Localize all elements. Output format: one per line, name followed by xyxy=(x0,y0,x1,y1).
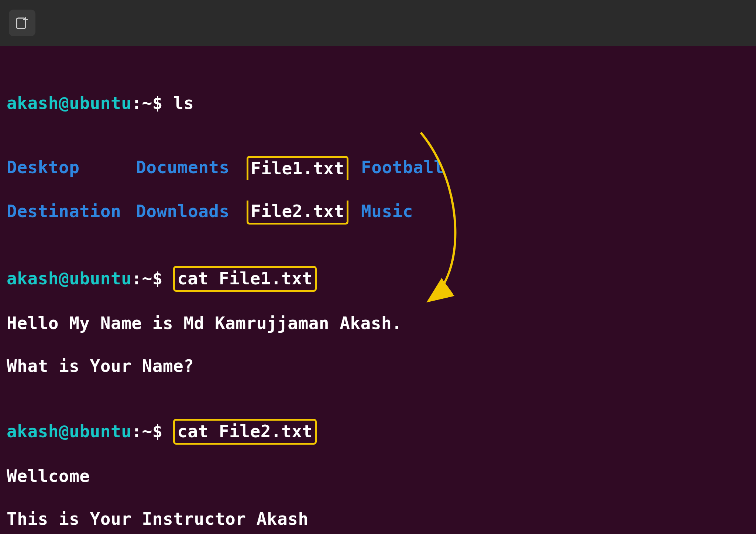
prompt-host: ubuntu xyxy=(69,421,131,441)
prompt-cwd: ~ xyxy=(142,421,152,441)
ls-dir: Music xyxy=(361,201,472,224)
ls-dir: Documents xyxy=(136,157,247,179)
prompt-at: @ xyxy=(59,93,69,113)
ls-file-highlight: File1.txt xyxy=(247,157,361,179)
prompt-cwd: ~ xyxy=(142,268,152,288)
prompt-colon: : xyxy=(131,93,142,113)
command-cat-file1: cat File1.txt xyxy=(173,266,317,292)
titlebar xyxy=(0,0,756,46)
prompt-line: akash@ubuntu:~$ cat File1.txt xyxy=(7,267,749,291)
output-line: What is Your Name? xyxy=(7,355,749,377)
prompt-colon: : xyxy=(131,421,142,441)
prompt-dollar: $ xyxy=(152,421,163,441)
ls-file-highlight: File2.txt xyxy=(247,201,361,224)
ls-dir: Downloads xyxy=(136,201,247,224)
ls-row-1: DesktopDocumentsFile1.txtFootball xyxy=(7,157,749,179)
ls-dir: Destination xyxy=(7,201,136,224)
command-cat-file2: cat File2.txt xyxy=(173,419,317,445)
prompt-line: akash@ubuntu:~$ cat File2.txt xyxy=(7,420,749,444)
prompt-at: @ xyxy=(59,268,69,288)
command-ls: ls xyxy=(173,93,194,113)
prompt-colon: : xyxy=(131,268,142,288)
new-tab-button[interactable] xyxy=(9,10,35,36)
new-tab-icon xyxy=(15,16,29,30)
ls-file: File1.txt xyxy=(247,156,348,180)
prompt-line: akash@ubuntu:~$ ls xyxy=(7,92,749,114)
output-line: Hello My Name is Md Kamrujjaman Akash. xyxy=(7,312,749,334)
prompt-host: ubuntu xyxy=(69,268,131,288)
prompt-user: akash xyxy=(7,93,59,113)
prompt-host: ubuntu xyxy=(69,93,131,113)
prompt-dollar: $ xyxy=(152,268,163,288)
ls-dir: Desktop xyxy=(7,157,136,179)
output-line: Wellcome xyxy=(7,465,749,487)
terminal[interactable]: akash@ubuntu:~$ ls DesktopDocumentsFile1… xyxy=(0,46,756,534)
ls-file: File2.txt xyxy=(247,201,348,225)
prompt-user: akash xyxy=(7,421,59,441)
output-line: This is Your Instructor Akash xyxy=(7,508,749,530)
prompt-dollar: $ xyxy=(152,93,163,113)
ls-dir: Football xyxy=(361,157,472,179)
prompt-user: akash xyxy=(7,268,59,288)
prompt-at: @ xyxy=(59,421,69,441)
prompt-cwd: ~ xyxy=(142,93,152,113)
ls-row-2: DestinationDownloadsFile2.txtMusic xyxy=(7,201,749,224)
